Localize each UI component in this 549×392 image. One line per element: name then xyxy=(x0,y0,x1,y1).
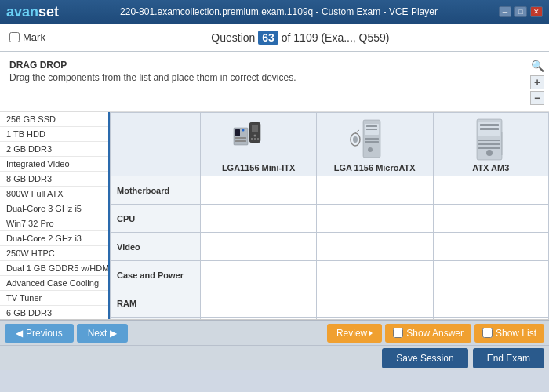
drop-cell[interactable] xyxy=(316,205,433,233)
drop-cell[interactable] xyxy=(201,289,316,318)
svg-rect-1 xyxy=(252,125,258,132)
row-label-case-power: Case and Power xyxy=(111,261,201,289)
title-bar: avanset 220-801.examcollection.premium.e… xyxy=(0,0,549,24)
svg-point-10 xyxy=(242,129,244,132)
svg-rect-17 xyxy=(365,141,379,143)
zoom-controls[interactable]: + − xyxy=(530,75,544,105)
drop-cell[interactable] xyxy=(201,233,316,261)
svg-rect-14 xyxy=(366,129,377,130)
drop-cell[interactable] xyxy=(316,261,433,289)
show-answer-button[interactable]: Show Answer xyxy=(385,324,471,343)
row-label-specialized: Specialized Option xyxy=(111,318,201,320)
component-item[interactable]: TV Tuner xyxy=(0,291,108,306)
end-exam-button[interactable]: End Exam xyxy=(473,348,544,368)
col-header-empty xyxy=(111,113,201,176)
drop-cell[interactable] xyxy=(201,176,316,205)
drop-cell[interactable] xyxy=(201,205,316,233)
logo-area: avanset xyxy=(6,4,59,20)
component-item[interactable]: Integrated Video xyxy=(0,157,108,172)
table-row: Case and Power xyxy=(111,261,549,289)
footer: Save Session End Exam xyxy=(0,345,549,370)
drop-cell[interactable] xyxy=(433,318,549,320)
svg-rect-23 xyxy=(480,124,499,126)
zoom-in-button[interactable]: + xyxy=(530,75,544,89)
svg-rect-26 xyxy=(478,140,500,141)
component-item[interactable]: 250W HTPC xyxy=(0,246,108,261)
component-item[interactable]: 8 GB DDR3 xyxy=(0,172,108,187)
svg-rect-13 xyxy=(366,125,377,127)
mark-checkbox[interactable] xyxy=(9,32,20,42)
component-item[interactable]: Dual-Core 2 GHz i3 xyxy=(0,231,108,246)
show-list-checkbox[interactable] xyxy=(482,328,493,338)
col-header-motherboard: LGA1156 Mini-ITX xyxy=(201,113,316,176)
drop-cell[interactable] xyxy=(433,261,549,289)
component-list[interactable]: 256 GB SSD 1 TB HDD 2 GB DDR3 Integrated… xyxy=(0,112,110,319)
svg-rect-16 xyxy=(365,138,379,140)
component-item[interactable]: Win7 32 Pro xyxy=(0,216,108,231)
table-row: Video xyxy=(111,233,549,261)
exam-info: (Exa..., Q559) xyxy=(321,31,389,44)
scroll-indicator[interactable]: 🔍 xyxy=(531,60,544,72)
svg-point-15 xyxy=(368,147,373,152)
row-label-ram: RAM xyxy=(111,289,201,318)
save-session-button[interactable]: Save Session xyxy=(382,348,467,368)
component-item[interactable]: 800W Full ATX xyxy=(0,187,108,201)
component-item[interactable]: Dual 1 GB GDDR5 w/HDMI xyxy=(0,261,108,276)
drop-cell[interactable] xyxy=(316,176,433,205)
maximize-button[interactable]: □ xyxy=(514,6,527,17)
microatx-image xyxy=(344,116,406,163)
drag-drop-area[interactable]: LGA1156 Mini-ITX xyxy=(110,112,549,319)
logo-text: avanset xyxy=(6,4,59,20)
component-item[interactable]: 6 GB DDR3 xyxy=(0,306,108,319)
svg-point-5 xyxy=(257,138,259,140)
drop-cell[interactable] xyxy=(201,261,316,289)
total-questions: of 1109 xyxy=(282,31,318,44)
col-label-mini-itx: LGA1156 Mini-ITX xyxy=(207,163,309,172)
drop-cell[interactable] xyxy=(433,205,549,233)
question-number: 63 xyxy=(258,31,278,45)
component-item[interactable]: 2 GB DDR3 xyxy=(0,142,108,157)
drag-table: LGA1156 Mini-ITX xyxy=(110,112,549,319)
svg-rect-7 xyxy=(235,129,240,136)
prev-arrow-icon: ◀ xyxy=(16,328,23,339)
minimize-button[interactable]: ─ xyxy=(499,6,511,17)
component-item[interactable]: 1 TB HDD xyxy=(0,127,108,142)
svg-point-3 xyxy=(251,138,253,140)
component-item[interactable]: Dual-Core 3 GHz i5 xyxy=(0,201,108,216)
zoom-out-button[interactable]: − xyxy=(530,91,544,105)
mark-label: Mark xyxy=(23,31,45,43)
review-button[interactable]: Review xyxy=(327,324,382,343)
component-item[interactable]: 256 GB SSD xyxy=(0,112,108,127)
svg-point-25 xyxy=(486,150,493,156)
drop-cell[interactable] xyxy=(201,318,316,320)
col-label-microatx: LGA 1156 MicroATX xyxy=(323,163,427,172)
row-label-motherboard: Motherboard xyxy=(111,176,201,205)
mark-checkbox-area[interactable]: Mark xyxy=(9,31,45,43)
close-button[interactable]: ✕ xyxy=(530,6,543,17)
row-label-video: Video xyxy=(111,233,201,261)
col-header-microatx: LGA 1156 MicroATX xyxy=(316,113,433,176)
previous-button[interactable]: ◀ Previous xyxy=(5,324,74,343)
drop-cell[interactable] xyxy=(316,233,433,261)
drop-cell[interactable] xyxy=(316,318,433,320)
drop-cell[interactable] xyxy=(433,289,549,318)
drop-cell[interactable] xyxy=(316,289,433,318)
component-item-advanced-case-cooling[interactable]: Advanced Case Cooling xyxy=(0,276,108,291)
show-answer-checkbox[interactable] xyxy=(393,328,403,338)
svg-rect-8 xyxy=(235,137,246,139)
question-text: Drag the components from the list and pl… xyxy=(9,72,540,83)
review-arrow-icon xyxy=(369,330,373,336)
table-row: RAM xyxy=(111,289,549,318)
drop-cell[interactable] xyxy=(433,176,549,205)
question-header: Mark Question 63 of 1109 (Exa..., Q559) xyxy=(0,24,549,52)
table-row: Motherboard xyxy=(111,176,549,205)
window-controls[interactable]: ─ □ ✕ xyxy=(499,6,543,17)
svg-rect-27 xyxy=(478,143,500,145)
table-row: CPU xyxy=(111,205,549,233)
next-button[interactable]: Next ▶ xyxy=(77,324,129,343)
show-list-button[interactable]: Show List xyxy=(474,324,544,343)
show-list-label: Show List xyxy=(496,328,536,339)
row-label-cpu: CPU xyxy=(111,205,201,233)
bottom-nav: ◀ Previous Next ▶ Review Show Answer Sho… xyxy=(0,320,549,345)
drop-cell[interactable] xyxy=(433,233,549,261)
